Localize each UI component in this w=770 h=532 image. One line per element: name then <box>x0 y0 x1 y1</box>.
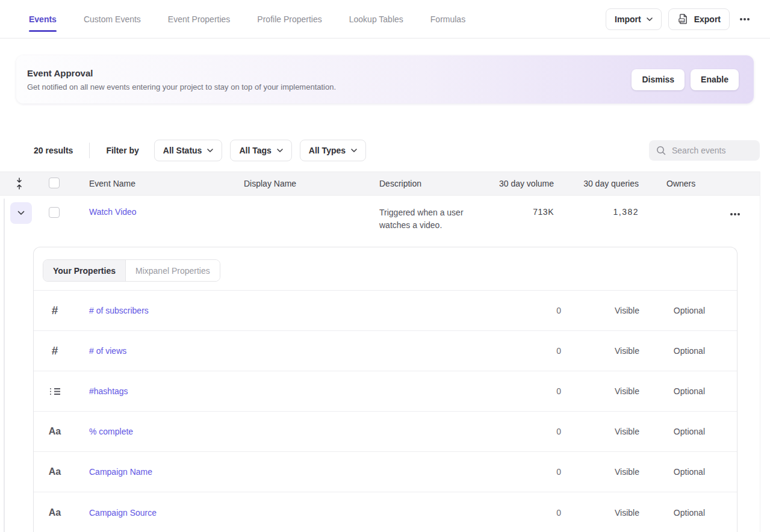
filter-by-label: Filter by <box>106 146 138 155</box>
property-visibility[interactable]: Visible <box>561 508 639 518</box>
property-name-link[interactable]: Campaign Source <box>89 508 157 518</box>
property-name-link[interactable]: # of subscribers <box>89 306 149 315</box>
property-requirement[interactable]: Optional <box>639 306 705 315</box>
tab-label: Events <box>29 14 57 24</box>
volume-cell: 713K <box>495 196 554 217</box>
property-visibility[interactable]: Visible <box>561 427 639 436</box>
banner-title: Event Approval <box>27 68 336 78</box>
dismiss-button[interactable]: Dismiss <box>632 69 685 90</box>
text-type-icon <box>49 426 61 437</box>
property-visibility[interactable]: Visible <box>561 386 639 396</box>
property-visibility[interactable]: Visible <box>561 467 639 477</box>
banner-actions: Dismiss Enable <box>632 69 739 90</box>
property-name-link[interactable]: Campaign Name <box>89 467 152 477</box>
property-name-link[interactable]: #hashtags <box>89 386 128 396</box>
export-button-label: Export <box>694 14 721 24</box>
select-all-checkbox[interactable] <box>49 178 60 188</box>
import-button[interactable]: Import <box>606 8 662 30</box>
banner-text: Event Approval Get notified on all new e… <box>27 68 336 91</box>
collapse-row-button[interactable] <box>10 202 32 224</box>
property-name-link[interactable]: % complete <box>89 427 133 436</box>
ellipsis-icon <box>730 213 733 215</box>
property-type-cell <box>34 388 76 395</box>
enable-button[interactable]: Enable <box>691 69 739 90</box>
property-queries: 0 <box>513 386 561 396</box>
property-visibility[interactable]: Visible <box>561 346 639 356</box>
number-type-icon <box>52 344 58 357</box>
all-tags-dropdown[interactable]: All Tags <box>230 140 291 161</box>
property-name-link[interactable]: # of views <box>89 346 126 356</box>
property-type-cell <box>34 466 76 477</box>
divider <box>89 143 90 158</box>
property-row: #hashtags 0 Visible Optional <box>34 371 737 412</box>
tab-label: Event Properties <box>168 14 231 24</box>
expander-cell <box>0 196 49 224</box>
property-queries: 0 <box>513 508 561 518</box>
dropdown-label: All Tags <box>239 146 271 155</box>
column-description: Description <box>379 179 495 188</box>
filter-toolbar: 20 results Filter by All Status All Tags… <box>34 140 760 161</box>
search-icon <box>656 146 666 155</box>
queries-cell: 1,382 <box>554 196 639 217</box>
search-box <box>649 140 760 161</box>
property-requirement[interactable]: Optional <box>639 467 705 477</box>
collapse-all-icon[interactable] <box>16 178 23 190</box>
banner-description: Get notified on all new events entering … <box>27 82 336 91</box>
column-30-day-queries: 30 day queries <box>554 179 639 188</box>
import-button-label: Import <box>615 14 641 24</box>
property-type-cell <box>34 304 76 317</box>
events-table-header: Event Name Display Name Description 30 d… <box>0 172 760 196</box>
row-checkbox[interactable] <box>49 207 60 218</box>
tab-events[interactable]: Events <box>29 0 57 38</box>
all-types-dropdown[interactable]: All Types <box>300 140 366 161</box>
top-navigation-bar: Events Custom Events Event Properties Pr… <box>0 0 770 39</box>
property-name: Campaign Source <box>76 508 513 518</box>
property-name: #hashtags <box>76 386 513 396</box>
tab-label: Formulas <box>430 14 465 24</box>
tab-label: Profile Properties <box>257 14 321 24</box>
property-queries: 0 <box>513 467 561 477</box>
nav-tabs: Events Custom Events Event Properties Pr… <box>29 0 465 38</box>
tab-formulas[interactable]: Formulas <box>430 0 465 38</box>
properties-tabs: Your Properties Mixpanel Properties <box>43 259 220 282</box>
chevron-down-icon <box>351 149 357 152</box>
tab-lookup-tables[interactable]: Lookup Tables <box>349 0 403 38</box>
tab-profile-properties[interactable]: Profile Properties <box>257 0 321 38</box>
list-type-icon <box>50 388 60 395</box>
property-type-cell <box>34 344 76 357</box>
select-all-cell <box>49 178 89 190</box>
tab-event-properties[interactable]: Event Properties <box>168 0 231 38</box>
property-visibility[interactable]: Visible <box>561 306 639 315</box>
event-approval-banner: Event Approval Get notified on all new e… <box>16 55 754 104</box>
more-options-button[interactable] <box>736 13 753 25</box>
tab-label: Custom Events <box>84 14 141 24</box>
property-requirement[interactable]: Optional <box>639 386 705 396</box>
tab-your-properties[interactable]: Your Properties <box>43 260 125 281</box>
tab-custom-events[interactable]: Custom Events <box>84 0 141 38</box>
column-30-day-volume: 30 day volume <box>495 179 554 188</box>
property-requirement[interactable]: Optional <box>639 427 705 436</box>
all-status-dropdown[interactable]: All Status <box>154 140 223 161</box>
property-row: % complete 0 Visible Optional <box>34 412 737 452</box>
property-requirement[interactable]: Optional <box>639 346 705 356</box>
row-more-options-button[interactable] <box>727 208 744 220</box>
property-name: # of subscribers <box>76 306 513 315</box>
ellipsis-icon <box>740 18 742 20</box>
svg-text:csv: csv <box>679 19 684 22</box>
chevron-down-icon <box>647 17 653 21</box>
property-row: Campaign Name 0 Visible Optional <box>34 452 737 492</box>
property-queries: 0 <box>513 346 561 356</box>
table-row-watch-video: Watch Video Triggered when a user watche… <box>0 196 760 247</box>
export-button[interactable]: csv Export <box>668 8 730 30</box>
topbar-actions: Import csv Export <box>606 8 753 30</box>
column-owners: Owners <box>666 179 727 188</box>
tab-label: Lookup Tables <box>349 14 403 24</box>
property-type-cell <box>34 507 76 518</box>
event-name-link[interactable]: Watch Video <box>89 196 244 217</box>
property-queries: 0 <box>513 306 561 315</box>
chevron-down-icon <box>277 149 283 152</box>
property-name: % complete <box>76 427 513 436</box>
tab-mixpanel-properties[interactable]: Mixpanel Properties <box>125 260 220 281</box>
property-requirement[interactable]: Optional <box>639 508 705 518</box>
results-count: 20 results <box>34 146 73 155</box>
